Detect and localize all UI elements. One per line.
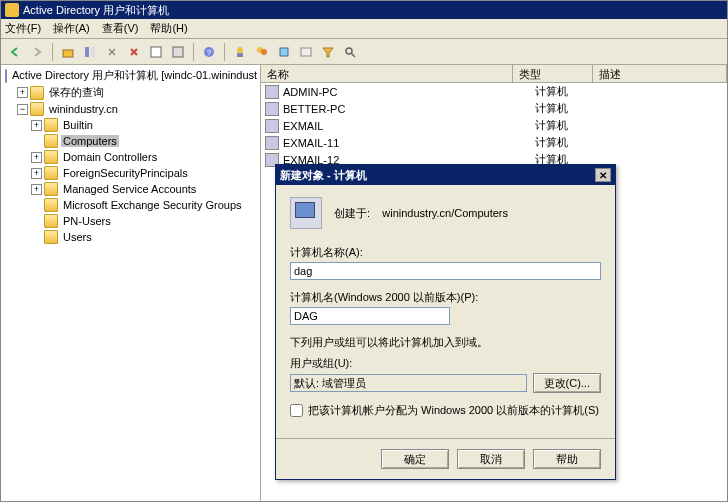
expander-icon[interactable]: − — [17, 104, 28, 115]
tool-icon-3[interactable] — [274, 42, 294, 62]
delete-button[interactable] — [124, 42, 144, 62]
tool-icon-4[interactable] — [296, 42, 316, 62]
svg-rect-4 — [173, 47, 183, 57]
prewin-name-input[interactable] — [290, 307, 450, 325]
checkbox-label: 把该计算机帐户分配为 Windows 2000 以前版本的计算机(S) — [308, 403, 599, 418]
svg-line-14 — [351, 53, 355, 57]
menu-file[interactable]: 文件(F) — [5, 21, 41, 36]
folder-icon — [30, 86, 44, 100]
help-button[interactable]: ? — [199, 42, 219, 62]
computer-name-input[interactable] — [290, 262, 601, 280]
help-button[interactable]: 帮助 — [533, 449, 601, 469]
svg-rect-3 — [151, 47, 161, 57]
col-desc-header[interactable]: 描述 — [593, 65, 727, 82]
list-item[interactable]: EXMAIL 计算机 — [261, 117, 727, 134]
cancel-button[interactable]: 取消 — [457, 449, 525, 469]
forward-button[interactable] — [27, 42, 47, 62]
menu-action[interactable]: 操作(A) — [53, 21, 90, 36]
folder-icon — [44, 230, 58, 244]
expander-icon[interactable]: + — [31, 168, 42, 179]
computer-icon — [265, 119, 279, 133]
tree-mesg[interactable]: Microsoft Exchange Security Groups — [3, 197, 258, 213]
folder-icon — [44, 150, 58, 164]
tool-icon-1[interactable] — [230, 42, 250, 62]
dialog-body: 创建于: winindustry.cn/Computers 计算机名称(A): … — [276, 185, 615, 438]
expander-icon[interactable]: + — [17, 87, 28, 98]
refresh-button[interactable] — [168, 42, 188, 62]
computer-large-icon — [290, 197, 322, 229]
col-type-header[interactable]: 类型 — [513, 65, 593, 82]
properties-button[interactable] — [146, 42, 166, 62]
up-button[interactable] — [58, 42, 78, 62]
back-button[interactable] — [5, 42, 25, 62]
folder-icon — [44, 166, 58, 180]
svg-text:?: ? — [207, 48, 212, 57]
svg-rect-12 — [301, 48, 311, 56]
new-object-dialog: 新建对象 - 计算机 ✕ 创建于: winindustry.cn/Compute… — [275, 164, 616, 480]
toolbar: ? — [1, 39, 727, 65]
expander-icon[interactable]: + — [31, 120, 42, 131]
close-icon[interactable]: ✕ — [595, 168, 611, 182]
tree-computers[interactable]: Computers — [3, 133, 258, 149]
ad-root-icon — [5, 69, 7, 83]
svg-rect-1 — [85, 47, 89, 57]
menu-view[interactable]: 查看(V) — [102, 21, 139, 36]
created-in-value: winindustry.cn/Computers — [382, 207, 508, 219]
tree-pnusers[interactable]: PN-Users — [3, 213, 258, 229]
prewin-name-label: 计算机名(Windows 2000 以前版本)(P): — [290, 290, 601, 305]
title-bar: Active Directory 用户和计算机 — [1, 1, 727, 19]
show-hide-button[interactable] — [80, 42, 100, 62]
folder-icon — [44, 134, 58, 148]
dialog-title: 新建对象 - 计算机 — [280, 168, 367, 183]
menu-help[interactable]: 帮助(H) — [150, 21, 187, 36]
tree-builtin[interactable]: + Builtin — [3, 117, 258, 133]
created-in-label: 创建于: — [334, 207, 370, 219]
svg-rect-8 — [237, 53, 243, 57]
tree-saved-queries[interactable]: + 保存的查询 — [3, 84, 258, 101]
list-item[interactable]: EXMAIL-11 计算机 — [261, 134, 727, 151]
folder-icon — [44, 198, 58, 212]
svg-rect-11 — [280, 48, 288, 56]
expander-icon[interactable]: + — [31, 184, 42, 195]
dialog-buttons: 确定 取消 帮助 — [276, 438, 615, 479]
window-title: Active Directory 用户和计算机 — [23, 3, 169, 18]
cut-button[interactable] — [102, 42, 122, 62]
col-name-header[interactable]: 名称 — [261, 65, 513, 82]
computer-icon — [265, 85, 279, 99]
folder-icon — [44, 214, 58, 228]
svg-point-7 — [237, 47, 243, 53]
computer-name-label: 计算机名称(A): — [290, 245, 601, 260]
computer-icon — [265, 102, 279, 116]
tree-fsp[interactable]: + ForeignSecurityPrincipals — [3, 165, 258, 181]
folder-icon — [44, 182, 58, 196]
list-item[interactable]: BETTER-PC 计算机 — [261, 100, 727, 117]
list-item[interactable]: ADMIN-PC 计算机 — [261, 83, 727, 100]
expander-icon[interactable]: + — [31, 152, 42, 163]
tree-root[interactable]: Active Directory 用户和计算机 [windc-01.winind… — [3, 67, 258, 84]
tree-panel[interactable]: Active Directory 用户和计算机 [windc-01.winind… — [1, 65, 261, 501]
usergroup-label: 用户或组(U): — [290, 356, 601, 371]
tree-domain[interactable]: − winindustry.cn — [3, 101, 258, 117]
join-desc-text: 下列用户或组可以将此计算机加入到域。 — [290, 335, 601, 350]
dialog-title-bar[interactable]: 新建对象 - 计算机 ✕ — [276, 165, 615, 185]
menu-bar: 文件(F) 操作(A) 查看(V) 帮助(H) — [1, 19, 727, 39]
filter-button[interactable] — [318, 42, 338, 62]
tree-msa[interactable]: + Managed Service Accounts — [3, 181, 258, 197]
tool-icon-2[interactable] — [252, 42, 272, 62]
svg-point-10 — [261, 49, 267, 55]
list-header: 名称 类型 描述 — [261, 65, 727, 83]
ok-button[interactable]: 确定 — [381, 449, 449, 469]
computer-icon — [265, 136, 279, 150]
svg-rect-0 — [63, 50, 73, 57]
folder-icon — [44, 118, 58, 132]
prewin-checkbox[interactable] — [290, 404, 303, 417]
app-icon — [5, 3, 19, 17]
tree-users[interactable]: Users — [3, 229, 258, 245]
tree-domain-controllers[interactable]: + Domain Controllers — [3, 149, 258, 165]
domain-icon — [30, 102, 44, 116]
svg-rect-2 — [91, 47, 95, 57]
search-button[interactable] — [340, 42, 360, 62]
change-button[interactable]: 更改(C)... — [533, 373, 601, 393]
usergroup-value: 默认: 域管理员 — [290, 374, 527, 392]
